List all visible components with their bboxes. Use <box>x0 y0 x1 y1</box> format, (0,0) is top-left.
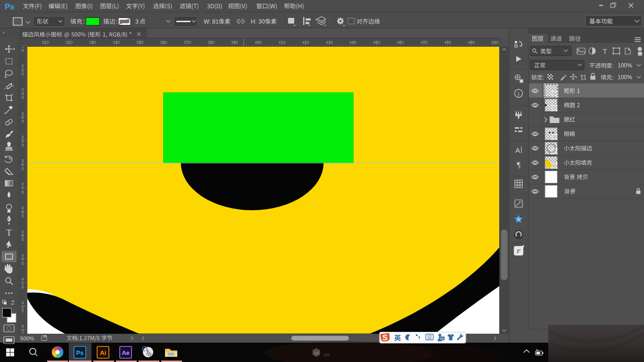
svg-text:81: 81 <box>212 18 219 25</box>
svg-text:A: A <box>515 146 520 154</box>
svg-text:100%: 100% <box>618 62 632 69</box>
svg-text:430: 430 <box>326 40 333 45</box>
svg-text:460: 460 <box>396 40 404 45</box>
svg-text:Ps: Ps <box>76 349 84 356</box>
svg-text:390: 390 <box>231 40 238 45</box>
svg-text:¶: ¶ <box>517 160 520 169</box>
svg-text:W:: W: <box>204 18 211 25</box>
svg-text:Ae: Ae <box>122 349 130 356</box>
svg-text:0: 0 <box>21 143 24 148</box>
svg-text:30: 30 <box>258 18 265 25</box>
svg-text:370: 370 <box>184 40 191 45</box>
svg-text:500%: 500% <box>20 336 34 341</box>
svg-text:320: 320 <box>66 40 73 45</box>
svg-text:Ai: Ai <box>100 349 106 356</box>
svg-text:310: 310 <box>41 40 49 45</box>
svg-text:3: 3 <box>135 18 139 25</box>
svg-text:0: 0 <box>21 261 24 266</box>
svg-text:0: 0 <box>21 308 24 313</box>
svg-text:380: 380 <box>207 40 215 45</box>
svg-text:S: S <box>382 334 388 342</box>
svg-text:24: 24 <box>440 337 444 341</box>
svg-text:340: 340 <box>113 40 120 45</box>
svg-text:0: 0 <box>21 119 24 123</box>
svg-text:480: 480 <box>444 40 451 45</box>
svg-text:440: 440 <box>349 40 356 45</box>
svg-text:F: F <box>516 247 521 255</box>
svg-text:500: 500 <box>491 40 498 45</box>
svg-text:410: 410 <box>278 40 285 45</box>
svg-text:0: 0 <box>21 166 24 171</box>
svg-text:490: 490 <box>468 40 475 45</box>
svg-text:470: 470 <box>421 40 428 45</box>
svg-text:420: 420 <box>302 40 309 45</box>
svg-text:350: 350 <box>136 40 143 45</box>
svg-text:0: 0 <box>21 72 24 76</box>
svg-text:0: 0 <box>21 48 24 53</box>
svg-text:0: 0 <box>21 95 24 100</box>
svg-text:T: T <box>6 228 12 238</box>
svg-text:360: 360 <box>160 40 167 45</box>
svg-text:0: 0 <box>21 285 24 289</box>
svg-text:0: 0 <box>21 237 24 242</box>
svg-text:0: 0 <box>21 214 24 218</box>
svg-text:Ps: Ps <box>5 2 15 11</box>
svg-text:H:: H: <box>251 18 257 25</box>
svg-text:100%: 100% <box>618 74 632 81</box>
svg-text:330: 330 <box>89 40 96 45</box>
svg-text:.cn: .cn <box>322 352 330 357</box>
svg-text:T: T <box>603 47 607 55</box>
svg-text:400: 400 <box>255 40 262 45</box>
svg-text:0: 0 <box>21 190 24 195</box>
svg-text:450: 450 <box>373 40 380 45</box>
svg-text:UI: UI <box>314 351 319 355</box>
